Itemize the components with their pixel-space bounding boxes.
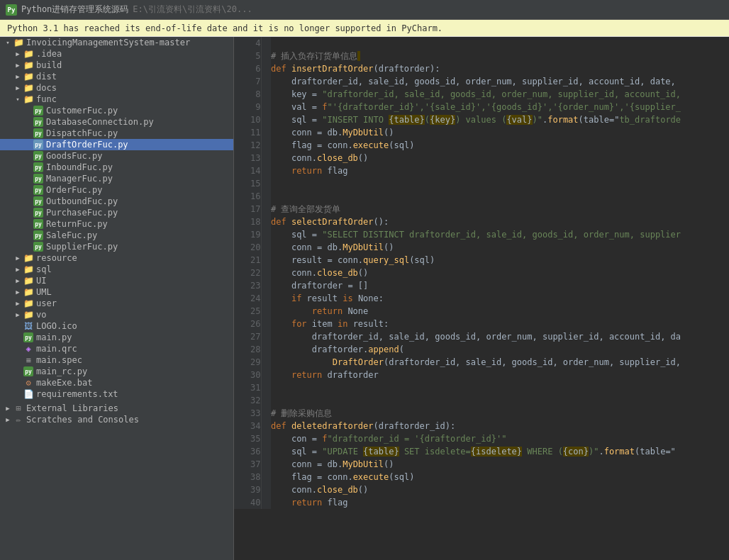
line-gutter: [261, 369, 271, 381]
folder-icon: 📁: [23, 253, 34, 263]
sidebar-item-ui[interactable]: ▶ 📁 UI: [0, 275, 233, 286]
item-label: SupplierFuc.py: [46, 242, 118, 252]
sidebar-item-draftorderfuc[interactable]: py DraftOrderFuc.py: [0, 139, 233, 150]
line-content: [271, 177, 729, 190]
code-line: 39 conn.close_db(): [234, 483, 729, 496]
line-number: 31: [234, 381, 261, 394]
expand-arrow: ▶: [13, 266, 23, 273]
sidebar-item-mainqrc[interactable]: ◈ main.qrc: [0, 343, 233, 354]
code-line: 25 return None: [234, 305, 729, 318]
sidebar-item-managerfuc[interactable]: py ManagerFuc.py: [0, 173, 233, 184]
line-number: 13: [234, 152, 261, 164]
sidebar-item-dispatchfuc[interactable]: py DispatchFuc.py: [0, 128, 233, 139]
item-label: PurchaseFuc.py: [46, 208, 118, 218]
expand-arrow: ▶: [13, 254, 23, 262]
line-number: 38: [234, 471, 261, 483]
sidebar-item-vo[interactable]: ▶ 📁 vo: [0, 309, 233, 320]
expand-arrow: ▶: [3, 405, 13, 412]
py-file-icon: py: [33, 242, 44, 252]
py-file-icon: py: [33, 151, 44, 161]
code-line: 15: [234, 177, 729, 190]
scratch-icon: ✏: [13, 415, 24, 425]
code-line: 16: [234, 190, 729, 203]
sidebar-item-inboundfuc[interactable]: py InboundFuc.py: [0, 162, 233, 173]
item-label: requirements.txt: [36, 389, 118, 399]
line-number: 23: [234, 279, 261, 292]
sidebar-item-resource[interactable]: ▶ 📁 resource: [0, 252, 233, 264]
item-label: user: [36, 298, 57, 308]
code-line: 11 conn = db.MyDbUtil(): [234, 126, 729, 139]
lib-icon: ⊞: [13, 403, 24, 413]
folder-icon: 📁: [23, 276, 34, 286]
line-number: 22: [234, 267, 261, 279]
line-number: 8: [234, 88, 261, 101]
item-label: sql: [36, 264, 52, 274]
sidebar-item-docs[interactable]: ▶ 📁 docs: [0, 82, 233, 94]
item-label: main.spec: [36, 355, 82, 365]
line-content: conn.close_db(): [271, 483, 729, 496]
sidebar-item-scratches[interactable]: ▶ ✏ Scratches and Consoles: [0, 414, 233, 425]
code-line: 35 con = f"draftorder_id = '{draftorder_…: [234, 432, 729, 445]
root-label: InvoicingManagementSystem-master: [26, 38, 190, 47]
code-line: 40 return flag: [234, 496, 729, 509]
sidebar-item-purchasefuc[interactable]: py PurchaseFuc.py: [0, 207, 233, 218]
sidebar-item-requirements[interactable]: 📄 requirements.txt: [0, 388, 233, 400]
sidebar-item-supplierfuc[interactable]: py SupplierFuc.py: [0, 241, 233, 252]
item-label: dist: [36, 72, 57, 82]
item-label: main.qrc: [36, 344, 77, 354]
sidebar-item-returnfuc[interactable]: py ReturnFuc.py: [0, 218, 233, 230]
folder-icon: 📁: [23, 83, 34, 93]
item-label: .idea: [36, 49, 62, 59]
sidebar-item-uml[interactable]: ▶ 📁 UML: [0, 286, 233, 298]
sidebar-item-orderfuc[interactable]: py OrderFuc.py: [0, 184, 233, 196]
sidebar-item-customerfuc[interactable]: py CustomerFuc.py: [0, 105, 233, 116]
line-number: 7: [234, 75, 261, 88]
sidebar-item-user[interactable]: ▶ 📁 user: [0, 298, 233, 309]
sidebar-item-root[interactable]: ▾ 📁 InvoicingManagementSystem-master: [0, 37, 233, 48]
item-label: main.py: [36, 332, 72, 342]
sidebar-item-dist[interactable]: ▶ 📁 dist: [0, 71, 233, 82]
line-gutter: [261, 420, 271, 432]
sidebar-item-idea[interactable]: ▶ 📁 .idea: [0, 48, 233, 60]
py-file-icon: py: [33, 230, 44, 240]
code-line: 18 def selectDraftOrder():: [234, 215, 729, 228]
sidebar-item-databaseconnection[interactable]: py DatabaseConnection.py: [0, 116, 233, 128]
sidebar-item-goodsfuc[interactable]: py GoodsFuc.py: [0, 150, 233, 162]
item-label: ReturnFuc.py: [46, 219, 108, 229]
py-file-icon: py: [33, 219, 44, 229]
code-line: 7 draftorder_id, sale_id, goods_id, orde…: [234, 75, 729, 88]
line-gutter: [261, 267, 271, 279]
sidebar-item-makeexe[interactable]: ⚙ makeExe.bat: [0, 377, 233, 388]
sidebar-item-func[interactable]: ▾ 📁 func: [0, 94, 233, 105]
sidebar-item-outboundfuc[interactable]: py OutboundFuc.py: [0, 196, 233, 207]
line-content: draftorder = []: [271, 279, 729, 292]
code-line: 20 conn = db.MyDbUtil(): [234, 241, 729, 254]
sidebar-item-sql[interactable]: ▶ 📁 sql: [0, 264, 233, 275]
line-number: 33: [234, 407, 261, 420]
line-gutter: [261, 458, 271, 471]
code-line: 26 for item in result:: [234, 318, 729, 330]
sidebar-item-build[interactable]: ▶ 📁 build: [0, 60, 233, 71]
line-number: 10: [234, 113, 261, 126]
line-content: def selectDraftOrder():: [271, 215, 729, 228]
line-content: draftorder.append(: [271, 343, 729, 356]
folder-icon: 📁: [23, 94, 34, 104]
sidebar-item-salefuc[interactable]: py SaleFuc.py: [0, 230, 233, 241]
code-line: 36 sql = "UPDATE {table} SET isdelete={i…: [234, 445, 729, 458]
sidebar-item-mainrcpy[interactable]: py main_rc.py: [0, 366, 233, 377]
code-line: 31: [234, 381, 729, 394]
expand-arrow: ▶: [3, 416, 13, 423]
py-file-icon: py: [33, 117, 44, 127]
sidebar-item-logo[interactable]: 🖼 LOGO.ico: [0, 320, 233, 332]
ico-file-icon: 🖼: [23, 321, 34, 331]
code-editor[interactable]: 4 5 # 插入负存订货单信息​ 6 def insertDraftOrder(…: [234, 37, 729, 560]
line-gutter: [261, 101, 271, 113]
folder-icon: 📁: [23, 287, 34, 297]
line-number: 4: [234, 37, 261, 50]
sidebar-item-mainpy[interactable]: py main.py: [0, 332, 233, 343]
line-gutter: [261, 496, 271, 509]
sidebar-item-mainspec[interactable]: ≡ main.spec: [0, 354, 233, 366]
line-number: 25: [234, 305, 261, 318]
sidebar-item-external-libraries[interactable]: ▶ ⊞ External Libraries: [0, 403, 233, 414]
line-content: flag = conn.execute(sql): [271, 139, 729, 152]
